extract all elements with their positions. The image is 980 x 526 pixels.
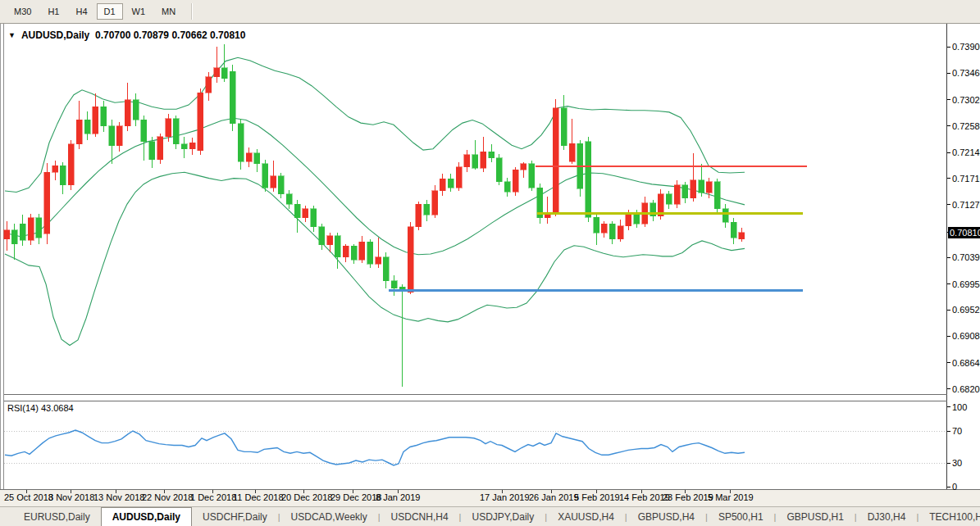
timeframe-button-h4[interactable]: H4 <box>68 3 94 20</box>
candle-body <box>650 203 656 216</box>
candle-body <box>545 214 550 218</box>
tab-tech100-h1[interactable]: TECH100,H1 <box>918 507 980 526</box>
candle-body <box>691 180 696 198</box>
candle-body <box>68 144 74 185</box>
bollinger-lower-band <box>5 172 745 345</box>
timeframe-button-m30[interactable]: M30 <box>7 3 39 20</box>
candle-body <box>52 166 58 172</box>
rsi-axis-label: 70 <box>952 426 962 436</box>
candle-body <box>456 167 462 188</box>
candle-body <box>44 172 50 234</box>
candle-body <box>157 137 163 160</box>
date-axis-label: 20 Dec 2018 <box>281 492 332 502</box>
candle-body <box>699 180 704 193</box>
date-axis-label: 8 Jan 2019 <box>376 492 420 502</box>
tab-usdjpy-daily[interactable]: USDJPY,Daily <box>461 507 545 526</box>
date-axis-label: 26 Jan 2019 <box>529 492 579 502</box>
date-axis-label: 5 Mar 2019 <box>708 492 754 502</box>
candle-body <box>706 182 712 193</box>
candle-body <box>714 182 720 209</box>
price-axis-label: 0.69520 <box>952 305 980 315</box>
candle-body <box>109 126 115 146</box>
price-axis-label: 0.69080 <box>952 331 980 341</box>
candle-body <box>20 224 25 240</box>
candle-body <box>367 242 373 264</box>
candle-body <box>569 143 575 161</box>
candle-body <box>674 185 680 204</box>
candle-body <box>618 226 623 239</box>
tab-gbpusd-h1[interactable]: GBPUSD,H1 <box>776 507 854 526</box>
candle-body <box>489 152 495 157</box>
chart-canvas[interactable] <box>0 24 980 506</box>
candle-body <box>504 182 510 192</box>
candle-body <box>246 153 252 161</box>
timeframe-button-w1[interactable]: W1 <box>125 3 153 20</box>
candle-body <box>682 185 688 198</box>
timeframe-toolbar: M30H1H4D1W1MN <box>0 0 980 24</box>
candle-body <box>359 242 365 260</box>
tab-dj30-h4[interactable]: DJ30,H4 <box>857 507 917 526</box>
tab-eurusd-daily[interactable]: EURUSD,Daily <box>13 507 101 526</box>
date-axis-label: 3 Nov 2018 <box>48 492 94 502</box>
candle-body <box>658 194 663 216</box>
price-axis-label: 0.73900 <box>952 42 980 52</box>
candle-body <box>626 214 631 226</box>
candle-body <box>278 176 284 194</box>
tab-audusd-daily[interactable]: AUDUSD,Daily <box>101 507 192 526</box>
candle-body <box>303 209 308 218</box>
candle-body <box>408 227 413 292</box>
price-axis-label: 0.68640 <box>952 358 980 368</box>
candle-body <box>28 218 34 240</box>
candle-body <box>424 204 430 215</box>
candle-body <box>311 209 317 227</box>
price-axis-label: 0.70390 <box>952 252 980 262</box>
candle-body <box>36 218 42 238</box>
date-axis-label: 22 Nov 2018 <box>142 492 193 502</box>
candle-body <box>553 108 558 214</box>
tab-xauusd-h4[interactable]: XAUUSD,H4 <box>547 507 625 526</box>
candle-body <box>464 155 470 167</box>
candle-body <box>722 209 728 222</box>
candle-body <box>319 227 325 245</box>
candle-body <box>529 164 535 188</box>
price-axis-label: 0.72580 <box>952 121 980 131</box>
rsi-line <box>5 430 745 465</box>
rsi-indicator-label: RSI(14) 43.0684 <box>7 403 74 413</box>
candle-body <box>189 143 195 148</box>
date-axis-label: 29 Dec 2018 <box>330 492 381 502</box>
mt4-window: M30H1H4D1W1MN ▼AUDUSD,Daily 0.70700 0.70… <box>0 0 980 526</box>
candle-body <box>214 68 220 77</box>
candle-body <box>11 230 17 244</box>
date-axis-label: 11 Dec 2018 <box>233 492 284 502</box>
candle-body <box>391 281 397 288</box>
candle-body <box>181 144 187 149</box>
chart-dropdown-icon[interactable]: ▼ <box>8 31 16 39</box>
chart-ohlc-values: 0.70700 0.70879 0.70662 0.70810 <box>95 29 246 41</box>
candle-body <box>537 188 543 218</box>
rsi-axis-label: 100 <box>952 402 967 412</box>
tab-usdcnh-h4[interactable]: USDCNH,H4 <box>381 507 459 526</box>
candle-body <box>286 194 292 204</box>
price-axis-label: 0.71710 <box>952 174 980 184</box>
candle-body <box>4 230 10 239</box>
price-axis-label: 0.73460 <box>952 68 980 78</box>
candle-body <box>416 204 422 227</box>
tab-sp500-h1[interactable]: SP500,H1 <box>708 507 774 526</box>
candle-body <box>472 155 478 168</box>
tab-gbpusd-h4[interactable]: GBPUSD,H4 <box>627 507 705 526</box>
price-axis-label: 0.71270 <box>952 200 980 210</box>
candle-body <box>60 166 66 184</box>
tab-usdcad-weekly[interactable]: USDCAD,Weekly <box>280 507 378 526</box>
timeframe-button-h1[interactable]: H1 <box>40 3 66 20</box>
tab-usdchf-daily[interactable]: USDCHF,Daily <box>192 507 278 526</box>
candle-body <box>221 68 227 79</box>
price-axis-label: 0.72140 <box>952 147 980 157</box>
candle-body <box>634 214 640 224</box>
timeframe-button-d1[interactable]: D1 <box>97 3 123 20</box>
candle-body <box>149 142 155 160</box>
timeframe-button-mn[interactable]: MN <box>154 3 183 20</box>
candle-body <box>166 119 171 137</box>
candle-body <box>271 176 276 188</box>
candle-body <box>133 100 139 120</box>
candle-body <box>376 257 381 265</box>
